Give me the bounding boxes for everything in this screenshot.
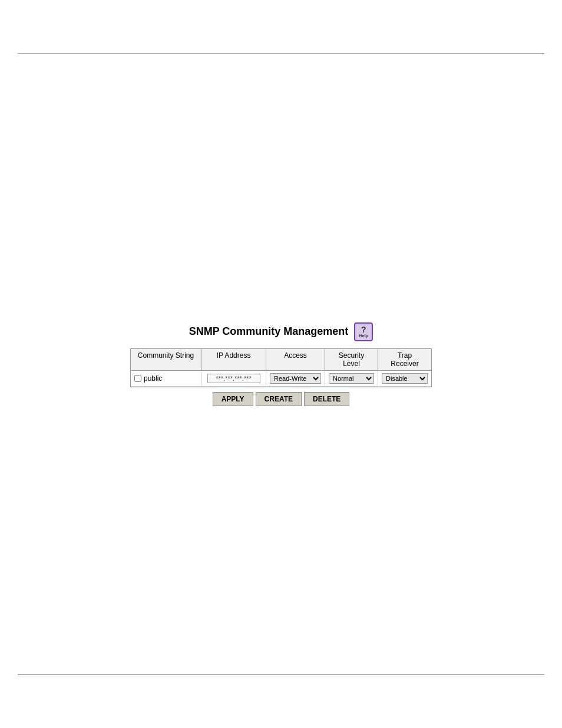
delete-button[interactable]: DELETE: [304, 392, 349, 406]
security-cell: Normal High: [325, 371, 378, 386]
access-select[interactable]: Read-Write Read-Only: [270, 373, 321, 384]
ip-address-cell: [201, 371, 266, 386]
help-symbol-icon: ?: [361, 325, 366, 334]
main-content: SNMP Community Management ? Help Communi…: [0, 59, 562, 669]
security-level-select[interactable]: Normal High: [329, 373, 374, 384]
button-row: APPLY CREATE DELETE: [213, 392, 350, 406]
ip-address-input[interactable]: [207, 374, 260, 383]
col-header-access: Access: [266, 349, 325, 370]
table-row: public Read-Write Read-Only Normal High: [131, 371, 431, 387]
community-table: Community String IP Address Access Secur…: [130, 348, 432, 387]
apply-button[interactable]: APPLY: [213, 392, 253, 406]
access-cell: Read-Write Read-Only: [266, 371, 325, 386]
col-header-ip: IP Address: [201, 349, 266, 370]
community-checkbox[interactable]: [134, 375, 141, 382]
table-header-row: Community String IP Address Access Secur…: [131, 349, 431, 371]
col-header-security: Security Level: [325, 349, 378, 370]
create-button[interactable]: CREATE: [256, 392, 302, 406]
col-header-trap: Trap Receiver: [378, 349, 431, 370]
snmp-panel: SNMP Community Management ? Help Communi…: [130, 322, 432, 406]
page-title: SNMP Community Management: [189, 325, 349, 338]
col-header-community: Community String: [131, 349, 201, 370]
trap-cell: Disable Enable: [378, 371, 431, 386]
top-divider: [18, 53, 544, 54]
panel-header: SNMP Community Management ? Help: [189, 322, 373, 341]
help-button[interactable]: ? Help: [354, 322, 373, 341]
help-label: Help: [359, 334, 368, 338]
community-cell: public: [131, 372, 201, 385]
trap-receiver-select[interactable]: Disable Enable: [382, 373, 428, 384]
bottom-divider: [18, 674, 544, 675]
community-name: public: [144, 374, 162, 383]
